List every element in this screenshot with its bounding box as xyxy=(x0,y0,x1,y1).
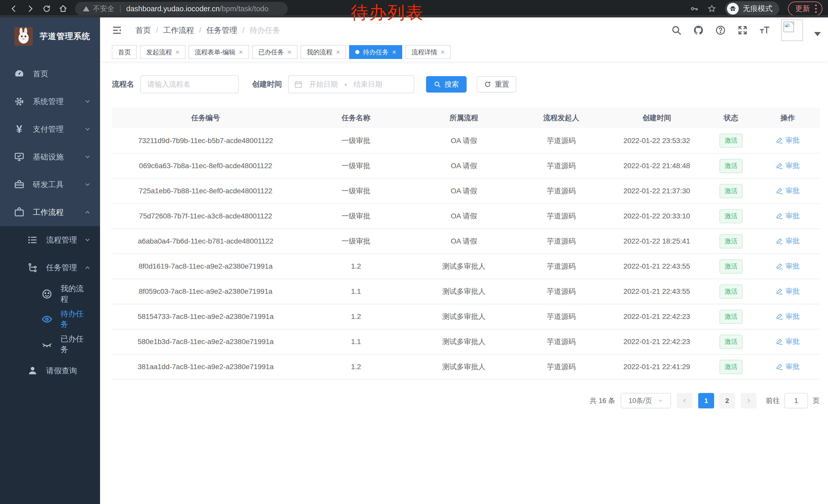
approve-link[interactable]: 审批 xyxy=(776,211,799,221)
sidebar-item-process-mgmt[interactable]: 流程管理 xyxy=(0,226,100,254)
sidebar-item-payment[interactable]: ¥ 支付管理 xyxy=(0,116,100,143)
tab-close-icon[interactable]: × xyxy=(441,49,445,55)
cell-action: 审批 xyxy=(756,128,820,153)
cell-process: OA 请假 xyxy=(413,153,515,178)
github-icon[interactable] xyxy=(693,25,704,36)
approve-link[interactable]: 审批 xyxy=(776,287,799,296)
page-numbers: 12 xyxy=(698,393,735,408)
page-tab[interactable]: 待办任务 × xyxy=(349,45,402,59)
next-page-button[interactable] xyxy=(741,393,757,408)
cell-task-name: 一级审批 xyxy=(299,229,412,254)
tab-close-icon[interactable]: × xyxy=(288,49,291,55)
approve-link[interactable]: 审批 xyxy=(776,312,799,321)
collapse-menu-icon[interactable] xyxy=(112,25,122,35)
breadcrumb-workflow[interactable]: 工作流程 xyxy=(163,25,194,36)
page-tab[interactable]: 首页 xyxy=(112,45,137,59)
page-tab[interactable]: 流程表单-编辑 × xyxy=(189,45,249,59)
forward-icon[interactable] xyxy=(22,1,38,17)
approve-link[interactable]: 审批 xyxy=(776,236,799,245)
sidebar-item-devtools[interactable]: 研发工具 xyxy=(0,171,100,198)
browser-toolbar: 不安全 dashboard.yudao.iocoder.cn/bpm/task/… xyxy=(0,0,828,17)
not-secure-warning-icon xyxy=(83,5,90,12)
sidebar-item-task-mgmt[interactable]: 任务管理 xyxy=(0,254,100,281)
sidebar-item-done-tasks[interactable]: 已办任务 xyxy=(0,332,100,357)
sidebar-item-home[interactable]: 首页 xyxy=(0,60,100,88)
page-tab[interactable]: 发起流程 × xyxy=(140,45,185,59)
bookmark-star-icon[interactable] xyxy=(707,4,716,13)
cell-status: 激活 xyxy=(706,279,756,304)
approve-link[interactable]: 审批 xyxy=(776,262,799,271)
approve-label: 审批 xyxy=(786,337,799,346)
sidebar-item-workflow[interactable]: 工作流程 xyxy=(0,198,100,226)
security-label: 不安全 xyxy=(93,4,114,13)
page-button-1[interactable]: 1 xyxy=(698,393,714,408)
column-header: 状态 xyxy=(706,108,756,128)
approve-link[interactable]: 审批 xyxy=(776,337,799,346)
browser-menu-dots-icon[interactable] xyxy=(815,4,817,13)
reset-button-label: 重置 xyxy=(495,80,509,89)
update-button[interactable]: 更新 xyxy=(788,2,822,16)
search-icon[interactable] xyxy=(671,25,682,36)
table-row: a6aba0a4-7b6d-11ec-b781-acde48001122 一级审… xyxy=(112,229,820,254)
tab-close-icon[interactable]: × xyxy=(239,49,243,55)
table-row: 8f059c03-7ac8-11ec-a9e2-a2380e71991a 1.1… xyxy=(112,279,820,304)
goto-page-input[interactable] xyxy=(784,393,808,408)
tab-label: 待办任务 xyxy=(363,48,388,56)
app-logo-row[interactable]: 芋道管理系统 xyxy=(0,17,100,55)
breadcrumb-task-mgmt[interactable]: 任务管理 xyxy=(206,25,237,36)
cell-task-name: 1.1 xyxy=(299,329,412,354)
sidebar-item-infrastructure[interactable]: 基础设施 xyxy=(0,143,100,171)
incognito-icon xyxy=(727,3,739,15)
cell-task-id: 75d72608-7b7f-11ec-a3c8-acde48001122 xyxy=(112,203,299,229)
table-row: 381aa1dd-7ac8-11ec-a9e2-a2380e71991a 1.2… xyxy=(112,354,820,379)
back-icon[interactable] xyxy=(6,1,22,17)
cell-task-id: 725a1eb6-7b88-11ec-8ef0-acde48001122 xyxy=(112,178,299,203)
table-row: 725a1eb6-7b88-11ec-8ef0-acde48001122 一级审… xyxy=(112,178,820,203)
page-tab[interactable]: 流程详情 × xyxy=(405,45,451,59)
font-size-icon[interactable] xyxy=(759,25,770,36)
approve-link[interactable]: 审批 xyxy=(776,362,799,371)
sidebar-item-label: 工作流程 xyxy=(33,207,64,218)
address-bar[interactable]: 不安全 dashboard.yudao.iocoder.cn/bpm/task/… xyxy=(75,2,288,16)
cell-starter: 芋道源码 xyxy=(515,203,608,229)
page-tab[interactable]: 我的流程 × xyxy=(301,45,346,59)
approve-link[interactable]: 审批 xyxy=(776,161,799,170)
page-tab[interactable]: 已办任务 × xyxy=(252,45,297,59)
approve-link[interactable]: 审批 xyxy=(776,186,799,195)
broken-image-icon xyxy=(783,21,794,32)
user-menu-caret-icon[interactable] xyxy=(814,32,821,36)
tab-close-icon[interactable]: × xyxy=(392,49,396,55)
process-name-input[interactable] xyxy=(140,75,239,93)
fullscreen-icon[interactable] xyxy=(737,25,748,36)
url-divider xyxy=(120,5,121,12)
breadcrumb-home[interactable]: 首页 xyxy=(135,25,151,36)
column-header: 任务编号 xyxy=(112,108,299,128)
page-size-select[interactable]: 10条/页 xyxy=(621,393,671,408)
date-range-picker[interactable]: 开始日期 - 结束日期 xyxy=(288,75,414,93)
page-button-2[interactable]: 2 xyxy=(719,393,735,408)
breadcrumb-separator: / xyxy=(156,26,158,35)
approve-link[interactable]: 审批 xyxy=(776,136,799,145)
key-icon[interactable] xyxy=(690,4,699,13)
tab-close-icon[interactable]: × xyxy=(336,49,340,55)
refresh-icon xyxy=(484,81,491,88)
help-icon[interactable] xyxy=(715,25,726,36)
home-icon[interactable] xyxy=(55,1,71,17)
task-table: 任务编号任务名称所属流程流程发起人创建时间状态操作 73211d9d-7b9b-… xyxy=(112,108,820,380)
cell-created-time: 2022-01-21 22:43:55 xyxy=(607,254,706,279)
page-size-value: 10条/页 xyxy=(628,396,652,405)
sidebar-item-leave-query[interactable]: 请假查询 xyxy=(0,357,100,384)
user-avatar[interactable] xyxy=(781,19,803,41)
cell-starter: 芋道源码 xyxy=(515,153,608,178)
search-button[interactable]: 搜索 xyxy=(426,76,466,93)
sidebar-item-todo-tasks[interactable]: 待办任务 xyxy=(0,307,100,332)
sidebar-item-system[interactable]: 系统管理 xyxy=(0,88,100,116)
sidebar-item-my-process[interactable]: 我的流程 xyxy=(0,281,100,307)
prev-page-button[interactable] xyxy=(677,393,693,408)
reload-icon[interactable] xyxy=(38,1,55,17)
column-header: 任务名称 xyxy=(299,108,412,128)
chevron-left-icon xyxy=(681,398,688,404)
tab-close-icon[interactable]: × xyxy=(175,49,179,55)
eye-closed-icon xyxy=(41,338,53,350)
reset-button[interactable]: 重置 xyxy=(477,76,516,93)
